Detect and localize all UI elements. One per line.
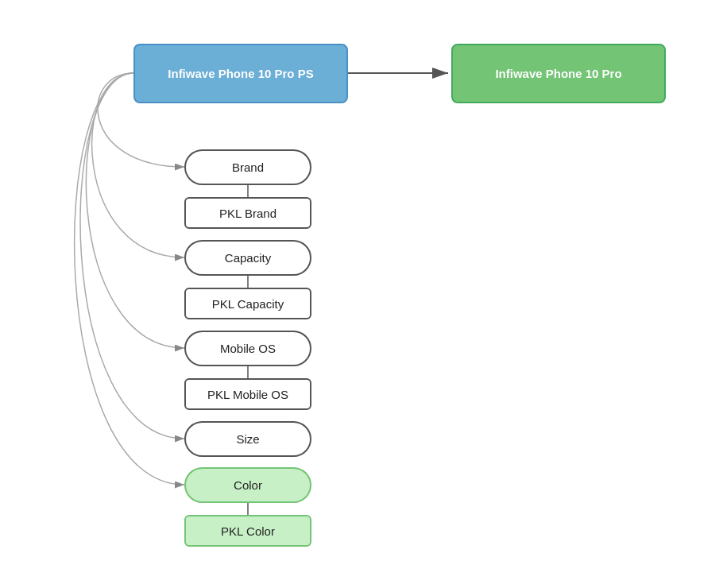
color-oval-label: Color [234,478,262,492]
mobileos-oval: Mobile OS [184,331,311,366]
brand-oval: Brand [184,149,311,185]
capacity-oval-label: Capacity [225,251,271,265]
mobileos-rect: PKL Mobile OS [184,378,311,410]
target-node: Infiwave Phone 10 Pro [451,44,666,103]
source-node: Infiwave Phone 10 Pro PS [133,44,348,103]
capacity-rect: PKL Capacity [184,288,311,319]
color-rect-label: PKL Color [221,524,275,538]
size-oval: Size [184,421,311,457]
capacity-rect-label: PKL Capacity [212,297,284,311]
color-oval: Color [184,467,311,503]
source-label: Infiwave Phone 10 Pro PS [168,67,313,80]
diagram: Infiwave Phone 10 Pro PS Infiwave Phone … [0,0,727,588]
brand-rect: PKL Brand [184,197,311,229]
target-label: Infiwave Phone 10 Pro [495,67,621,80]
capacity-oval: Capacity [184,240,311,276]
mobileos-oval-label: Mobile OS [220,342,276,355]
mobileos-rect-label: PKL Mobile OS [207,388,288,401]
brand-rect-label: PKL Brand [219,207,276,220]
brand-oval-label: Brand [232,161,264,174]
size-oval-label: Size [236,432,259,446]
color-rect: PKL Color [184,515,311,547]
